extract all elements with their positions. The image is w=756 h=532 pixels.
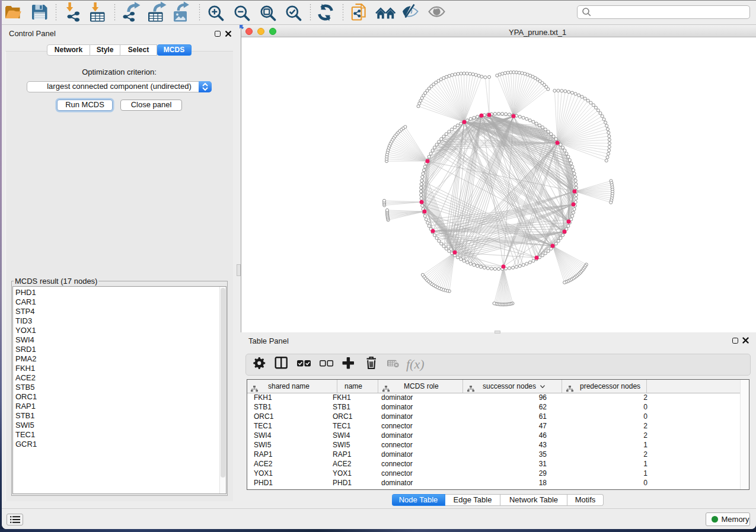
svg-text:f(x): f(x) (406, 357, 425, 371)
